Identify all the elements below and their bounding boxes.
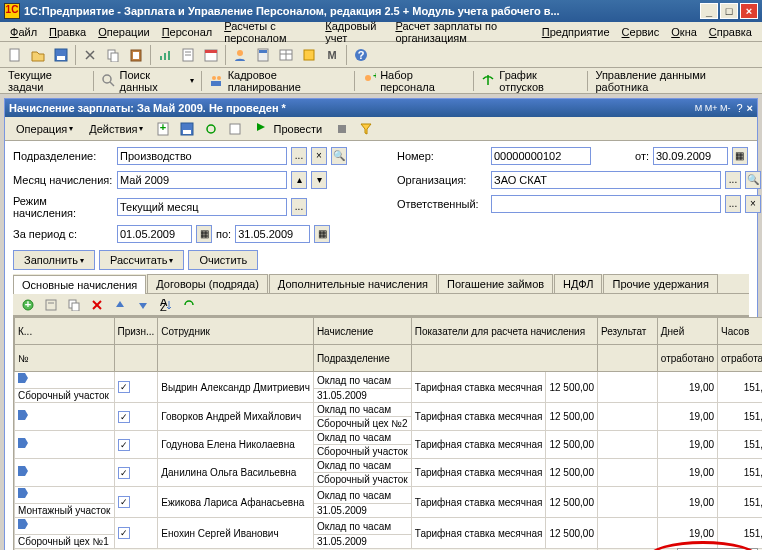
table-row[interactable]: ✓Ежикова Лариса АфанасьевнаОклад по часа… [15,487,763,504]
podrazd-clear-button[interactable]: × [311,147,327,165]
col-pokaz[interactable]: Показатели для расчета начисления [411,318,597,345]
minimize-button[interactable]: _ [700,3,718,19]
podrazd-input[interactable] [117,147,287,165]
grid-down-icon[interactable] [132,294,154,316]
grid-refresh-icon[interactable] [178,294,200,316]
table-row[interactable]: ✓Данилина Ольга ВасильевнаОклад по часам… [15,459,763,473]
table-row[interactable]: ✓Енохин Сергей ИвановичОклад по часамТар… [15,518,763,535]
period-to-input[interactable] [235,225,310,243]
ot-cal-button[interactable]: ▦ [732,147,748,165]
data-grid[interactable]: К... Призн... Сотрудник Начисление Показ… [13,316,749,550]
ot-input[interactable] [653,147,728,165]
menu-Расчет зарплаты по организациям[interactable]: Расчет зарплаты по организациям [389,18,535,46]
table-row[interactable]: ✓Годунова Елена НиколаевнаОклад по часам… [15,431,763,445]
org-select-button[interactable]: ... [725,171,741,189]
grid-add-icon[interactable]: + [17,294,39,316]
doc-filter-icon[interactable] [355,118,377,140]
tab-3[interactable]: Погашение займов [438,274,553,293]
row-checkbox[interactable]: ✓ [118,439,130,451]
upravl-button[interactable]: Управление данными работника [591,69,758,93]
calendar-icon[interactable] [200,44,222,66]
nomer-input[interactable] [491,147,591,165]
table-row[interactable]: ✓Выдрин Александр ДмитриевичОклад по час… [15,372,763,389]
copy-icon[interactable] [102,44,124,66]
doc-list-icon[interactable] [224,118,246,140]
grid-sort-icon[interactable]: AZ [155,294,177,316]
tab-2[interactable]: Дополнительные начисления [269,274,437,293]
doc-save-icon[interactable] [176,118,198,140]
col-n[interactable]: № [15,345,115,372]
provesti-button[interactable]: Провести [248,118,329,140]
menu-Справка[interactable]: Справка [703,24,758,40]
paste-icon[interactable] [125,44,147,66]
chart-icon[interactable] [154,44,176,66]
otvet-select-button[interactable]: ... [725,195,741,213]
zapolnit-button[interactable]: Заполнить▾ [13,250,95,270]
menu-Персонал[interactable]: Персонал [156,24,219,40]
new-icon[interactable] [4,44,26,66]
row-checkbox[interactable]: ✓ [118,496,130,508]
mesyac-input[interactable] [117,171,287,189]
kadr-plan-button[interactable]: Кадровое планирование [205,69,351,93]
col-otrab2[interactable]: отработано [718,345,762,372]
menu-Окна[interactable]: Окна [665,24,703,40]
menu-Правка[interactable]: Правка [43,24,92,40]
rasschitat-button[interactable]: Рассчитать▾ [99,250,184,270]
col-chasov[interactable]: Часов [718,318,762,345]
ochistit-button[interactable]: Очистить [188,250,258,270]
grid-delete-icon[interactable] [86,294,108,316]
org-search-button[interactable]: 🔍 [745,171,761,189]
users-icon[interactable] [229,44,251,66]
more-icon[interactable] [298,44,320,66]
doc-refresh-icon[interactable] [200,118,222,140]
row-checkbox[interactable]: ✓ [118,467,130,479]
tab-0[interactable]: Основные начисления [13,275,146,294]
mesyac-down-button[interactable]: ▾ [311,171,327,189]
grid-edit-icon[interactable] [40,294,62,316]
row-checkbox[interactable]: ✓ [118,411,130,423]
col-sotr[interactable]: Сотрудник [158,318,314,345]
grid-up-icon[interactable] [109,294,131,316]
operation-button[interactable]: Операция▾ [9,120,80,138]
cut-icon[interactable] [79,44,101,66]
help-icon[interactable]: ? [350,44,372,66]
report-icon[interactable] [177,44,199,66]
tab-5[interactable]: Прочие удержания [603,274,717,293]
tab-4[interactable]: НДФЛ [554,274,602,293]
col-prizn[interactable]: Призн... [114,318,158,345]
period-from-cal-button[interactable]: ▦ [196,225,212,243]
col-podrazd[interactable]: Подразделение [313,345,411,372]
row-checkbox[interactable]: ✓ [118,527,130,539]
maximize-button[interactable]: □ [720,3,738,19]
menu-Сервис[interactable]: Сервис [616,24,666,40]
calc-icon[interactable] [252,44,274,66]
podrazd-select-button[interactable]: ... [291,147,307,165]
rezhim-input[interactable] [117,198,287,216]
otvet-clear-button[interactable]: × [745,195,761,213]
grid-copy-icon[interactable] [63,294,85,316]
podrazd-search-button[interactable]: 🔍 [331,147,347,165]
org-input[interactable] [491,171,721,189]
col-rez[interactable]: Результат [597,318,657,345]
col-k[interactable]: К... [15,318,115,345]
table-row[interactable]: ✓Говорков Андрей МихайловичОклад по часа… [15,403,763,417]
close-button[interactable]: × [740,3,758,19]
col-otrab[interactable]: отработано [657,345,717,372]
m-icon[interactable]: M [321,44,343,66]
menu-Операции[interactable]: Операции [92,24,155,40]
doc-new-icon[interactable]: + [152,118,174,140]
mesyac-up-button[interactable]: ▴ [291,171,307,189]
open-icon[interactable] [27,44,49,66]
nabor-button[interactable]: +Набор персонала [358,69,470,93]
doc-settings-icon[interactable] [331,118,353,140]
rezhim-select-button[interactable]: ... [291,198,307,216]
tasks-button[interactable]: Текущие задачи [4,69,90,93]
tab-1[interactable]: Договоры (подряда) [147,274,268,293]
doc-close-icon[interactable]: × [747,102,753,114]
period-to-cal-button[interactable]: ▦ [314,225,330,243]
save-icon[interactable] [50,44,72,66]
table-icon[interactable] [275,44,297,66]
menu-Расчеты с персоналом[interactable]: Расчеты с персоналом [218,18,319,46]
menu-Кадровый учет[interactable]: Кадровый учет [319,18,389,46]
memory-buttons[interactable]: M M+ M- [695,103,731,113]
